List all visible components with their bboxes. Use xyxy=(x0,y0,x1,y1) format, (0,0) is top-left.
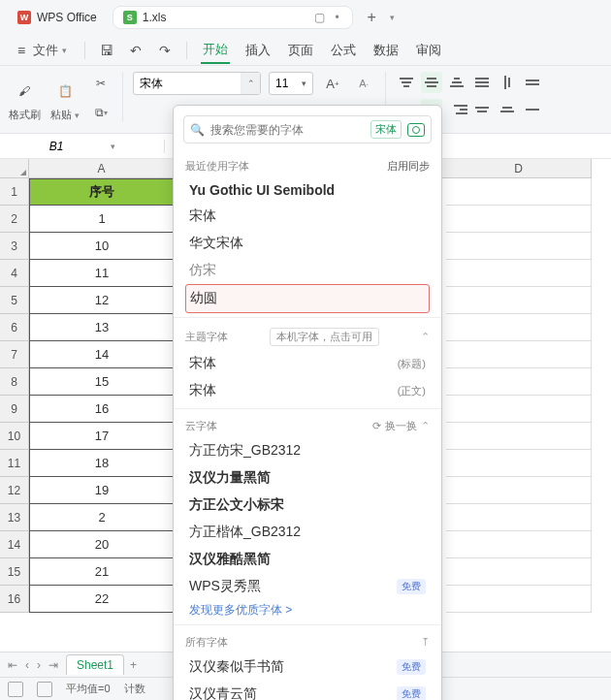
cell[interactable] xyxy=(446,314,592,341)
cell[interactable] xyxy=(446,287,592,314)
font-item[interactable]: 汉仪力量黑简 xyxy=(185,464,430,492)
col-header-a[interactable]: A xyxy=(29,159,175,178)
row-header[interactable]: 11 xyxy=(0,450,29,477)
font-name-input[interactable] xyxy=(134,77,241,90)
size-dropdown-icon[interactable]: ▾ xyxy=(295,79,312,88)
cell[interactable]: 19 xyxy=(29,477,175,504)
name-box[interactable]: ▾ xyxy=(0,140,165,153)
font-search-input[interactable] xyxy=(210,123,365,137)
font-item[interactable]: 汉仪秦似手书简免费 xyxy=(185,653,430,681)
cell[interactable]: 13 xyxy=(29,314,175,341)
row-header[interactable]: 13 xyxy=(0,504,29,531)
cell[interactable]: 20 xyxy=(29,531,175,558)
name-box-input[interactable] xyxy=(8,140,105,153)
row-header[interactable]: 6 xyxy=(0,314,29,341)
sync-link[interactable]: 启用同步 xyxy=(387,159,430,174)
row-header[interactable]: 4 xyxy=(0,260,29,287)
cell[interactable] xyxy=(446,450,592,477)
copy-icon[interactable]: ⧉▾ xyxy=(89,101,113,124)
cell[interactable] xyxy=(446,233,592,260)
cell[interactable]: 18 xyxy=(29,450,175,477)
align-middle-button[interactable] xyxy=(421,72,442,93)
restore-icon[interactable]: ▢ xyxy=(313,12,325,23)
row-header[interactable]: 16 xyxy=(0,586,29,613)
collapse-icon[interactable]: ⌃ xyxy=(421,331,430,343)
font-item[interactable]: 华文宋体 xyxy=(185,230,430,257)
cell[interactable]: 22 xyxy=(29,586,175,613)
row-header[interactable]: 1 xyxy=(0,178,29,206)
align-bottom-button[interactable] xyxy=(446,72,467,93)
scroll-top-icon[interactable]: ⤒ xyxy=(421,636,430,649)
font-item[interactable]: 方正公文小标宋 xyxy=(185,492,430,519)
undo-icon[interactable]: ↶ xyxy=(128,43,144,58)
main-menu-button[interactable]: ≡ 文件 ▾ xyxy=(10,40,71,61)
cell-header[interactable]: 序号 xyxy=(29,178,175,206)
sheet-prev-icon[interactable]: ‹ xyxy=(23,658,31,672)
cell[interactable] xyxy=(446,423,592,450)
add-sheet-icon[interactable]: + xyxy=(130,658,137,672)
cell[interactable]: 15 xyxy=(29,368,175,396)
font-name-combo[interactable]: ⌃ xyxy=(133,72,261,95)
cell[interactable] xyxy=(446,477,592,504)
status-icon-1[interactable] xyxy=(8,682,23,697)
indent-dec-button[interactable] xyxy=(471,99,493,120)
indent-inc-button[interactable] xyxy=(497,99,518,120)
cell[interactable]: 12 xyxy=(29,287,175,314)
font-item[interactable]: 宋体(正文) xyxy=(185,377,430,404)
font-increase-button[interactable]: A+ xyxy=(321,72,344,95)
cell[interactable]: 14 xyxy=(29,341,175,368)
sheet-next-icon[interactable]: › xyxy=(35,658,43,672)
sheet-tab[interactable]: Sheet1 xyxy=(66,654,124,675)
wrap-button[interactable] xyxy=(522,72,543,93)
row-header[interactable]: 14 xyxy=(0,531,29,558)
row-header[interactable]: 2 xyxy=(0,206,29,233)
chevron-down-icon[interactable]: ▾ xyxy=(111,142,115,151)
cell[interactable]: 10 xyxy=(29,233,175,260)
paste-icon[interactable]: 📋 xyxy=(48,75,81,108)
close-tab-icon[interactable]: • xyxy=(331,12,342,23)
cell[interactable] xyxy=(446,341,592,368)
orientation-button[interactable] xyxy=(497,72,518,93)
cell[interactable]: 21 xyxy=(29,558,175,586)
font-item[interactable]: Yu Gothic UI Semibold xyxy=(185,177,430,203)
font-item[interactable]: 方正仿宋_GB2312 xyxy=(185,437,430,464)
new-tab-button[interactable]: + xyxy=(359,9,383,26)
tab-page[interactable]: 页面 xyxy=(286,38,315,63)
tab-data[interactable]: 数据 xyxy=(371,38,401,63)
format-brush-icon[interactable]: 🖌 xyxy=(8,75,41,108)
row-header[interactable]: 7 xyxy=(0,341,29,368)
cell[interactable] xyxy=(446,586,592,613)
align-top-button[interactable] xyxy=(396,72,417,93)
cell[interactable] xyxy=(446,260,592,287)
font-search-tag[interactable]: 宋体 xyxy=(370,120,402,139)
font-item[interactable]: 宋体(标题) xyxy=(185,350,430,377)
cut-icon[interactable]: ✂ xyxy=(89,72,113,95)
camera-icon[interactable] xyxy=(407,123,425,137)
tab-overflow-icon[interactable]: ▾ xyxy=(390,13,395,22)
cell[interactable]: 17 xyxy=(29,423,175,450)
tab-start[interactable]: 开始 xyxy=(201,37,230,64)
redo-icon[interactable]: ↷ xyxy=(157,43,173,58)
font-dropdown-icon[interactable]: ⌃ xyxy=(241,73,260,94)
save-icon[interactable]: 🖫 xyxy=(99,43,114,58)
font-item[interactable]: 仿宋 xyxy=(185,257,430,284)
merge-button[interactable] xyxy=(522,99,543,120)
font-decrease-button[interactable]: A- xyxy=(352,72,375,95)
row-header[interactable]: 3 xyxy=(0,233,29,260)
file-tab[interactable]: S 1.xls ▢ • xyxy=(113,6,354,29)
cell[interactable] xyxy=(446,558,592,586)
refresh-link[interactable]: ⟳ 换一换 ⌃ xyxy=(372,419,430,433)
more-fonts-link[interactable]: 发现更多优质字体 > xyxy=(185,600,430,620)
font-size-combo[interactable]: ▾ xyxy=(269,72,313,95)
cell[interactable] xyxy=(446,368,592,396)
align-justify-button[interactable] xyxy=(471,72,493,93)
font-item[interactable]: 宋体 xyxy=(185,203,430,230)
font-item[interactable]: 汉仪青云简免费 xyxy=(185,681,430,700)
align-right-button[interactable] xyxy=(446,99,467,120)
cell[interactable] xyxy=(446,178,592,206)
tab-review[interactable]: 审阅 xyxy=(414,38,443,63)
cell[interactable]: 1 xyxy=(29,206,175,233)
tab-formula[interactable]: 公式 xyxy=(329,38,358,63)
font-item-selected[interactable]: 幼圆 xyxy=(185,284,430,313)
cell[interactable]: 16 xyxy=(29,396,175,423)
